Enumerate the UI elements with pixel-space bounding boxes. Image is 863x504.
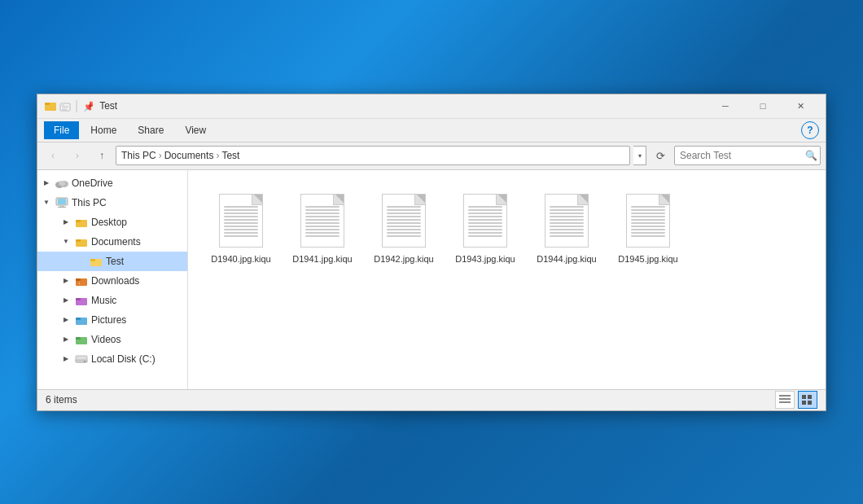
sidebar-label-desktop: Desktop: [91, 217, 127, 228]
svg-point-32: [84, 361, 85, 362]
sidebar-item-downloads[interactable]: ▶ ↓ Downloads: [37, 271, 187, 291]
sidebar-item-this-pc[interactable]: ▼ This PC: [37, 193, 187, 213]
chevron-icon: ▼: [60, 236, 72, 248]
file-line: [631, 219, 665, 221]
sidebar-item-pictures[interactable]: ▶ Pictures: [37, 310, 187, 330]
help-button[interactable]: ?: [801, 121, 819, 139]
details-view-button[interactable]: [775, 391, 795, 409]
file-icon: [463, 194, 507, 248]
path-test[interactable]: Test: [221, 150, 239, 161]
file-line: [468, 235, 502, 237]
sidebar-item-music[interactable]: ▶ Music: [37, 291, 187, 310]
tab-share[interactable]: Share: [128, 121, 173, 139]
search-input[interactable]: [680, 150, 802, 161]
file-line: [631, 206, 665, 208]
file-line: [550, 209, 584, 211]
file-explorer-window: | 📌 Test ─ □ ✕ File Home Share View ? ‹ …: [37, 94, 826, 411]
file-line: [631, 209, 665, 211]
file-item[interactable]: D1944.jpg.kiqu: [530, 186, 603, 270]
file-item[interactable]: D1940.jpg.kiqu: [204, 186, 278, 270]
chevron-icon: ▶: [60, 353, 72, 365]
file-item[interactable]: D1941.jpg.kiqu: [286, 186, 359, 270]
svg-rect-39: [808, 401, 812, 405]
maximize-button[interactable]: □: [744, 94, 782, 118]
file-line: [387, 216, 421, 217]
path-documents[interactable]: Documents: [164, 150, 214, 161]
file-name: D1943.jpg.kiqu: [455, 253, 515, 265]
sidebar-label-local-disk: Local Disk (C:): [91, 353, 156, 365]
sidebar-item-desktop[interactable]: ▶ Desktop: [37, 213, 187, 232]
file-icon-container: [541, 191, 593, 250]
file-icon-container: [215, 191, 267, 250]
refresh-button[interactable]: ⟳: [650, 146, 671, 165]
pictures-icon: [74, 314, 89, 326]
sidebar-item-test[interactable]: Test: [37, 252, 187, 271]
svg-rect-14: [58, 207, 66, 208]
file-item[interactable]: D1943.jpg.kiqu: [449, 186, 522, 270]
svg-rect-29: [76, 337, 81, 340]
file-lines: [387, 206, 421, 243]
svg-rect-33: [779, 395, 791, 397]
sidebar-item-videos[interactable]: ▶ Videos: [37, 330, 187, 349]
window-controls: ─ □ ✕: [707, 94, 819, 118]
svg-rect-34: [779, 398, 791, 400]
tab-home[interactable]: Home: [81, 121, 126, 139]
svg-rect-12: [58, 199, 66, 204]
sidebar-item-documents[interactable]: ▼ Documents: [37, 232, 187, 252]
svg-rect-1: [45, 103, 50, 105]
file-line: [305, 222, 340, 224]
svg-rect-16: [76, 220, 81, 222]
sidebar-item-onedrive[interactable]: ▶ OneDrive: [37, 173, 187, 193]
file-icon: [300, 194, 344, 248]
path-dropdown[interactable]: ▾: [633, 146, 646, 165]
file-line: [305, 226, 340, 227]
documents-icon: [74, 236, 89, 248]
svg-rect-36: [802, 395, 806, 399]
file-item[interactable]: D1942.jpg.kiqu: [367, 186, 440, 270]
file-line: [387, 206, 421, 208]
file-grid: D1940.jpg.kiqu: [196, 178, 817, 278]
file-line: [631, 235, 665, 237]
forward-button[interactable]: ›: [67, 146, 88, 165]
svg-rect-20: [90, 259, 95, 261]
pin-icon: 📌: [81, 100, 93, 112]
chevron-icon: [75, 256, 86, 267]
file-name: D1940.jpg.kiqu: [211, 253, 270, 265]
file-icon: [626, 194, 670, 248]
file-line: [550, 206, 584, 208]
up-button[interactable]: ↑: [91, 146, 112, 165]
tab-view[interactable]: View: [175, 121, 216, 139]
tab-file[interactable]: File: [44, 121, 79, 139]
file-corner: [254, 195, 262, 203]
large-icons-view-button[interactable]: [798, 391, 817, 409]
svg-rect-38: [802, 401, 806, 405]
back-button[interactable]: ‹: [42, 146, 64, 165]
file-line: [224, 222, 258, 224]
file-line: [631, 226, 665, 227]
close-button[interactable]: ✕: [782, 94, 819, 118]
svg-rect-5: [62, 107, 68, 108]
minimize-button[interactable]: ─: [707, 94, 744, 118]
file-name: D1944.jpg.kiqu: [537, 253, 596, 265]
file-corner: [335, 195, 344, 203]
search-box: 🔍: [674, 146, 821, 165]
sidebar-label-music: Music: [91, 295, 116, 306]
file-corner: [417, 195, 425, 203]
file-corner: [661, 195, 669, 203]
file-item[interactable]: D1945.jpg.kiqu: [611, 186, 685, 270]
path-this-pc[interactable]: This PC: [121, 150, 156, 161]
svg-rect-18: [76, 239, 81, 242]
file-line: [550, 229, 584, 230]
content-area: D1940.jpg.kiqu: [188, 170, 826, 389]
file-icon-container: [459, 191, 511, 250]
chevron-icon: ▼: [41, 197, 52, 208]
sidebar-item-local-disk[interactable]: ▶ Local Disk (C:): [37, 349, 187, 369]
file-name: D1941.jpg.kiqu: [292, 253, 352, 265]
file-corner: [498, 195, 506, 203]
address-path: This PC › Documents › Test: [116, 146, 630, 165]
file-icon-container: [378, 191, 430, 250]
file-lines: [631, 206, 665, 243]
file-line: [387, 222, 421, 224]
file-line: [224, 235, 258, 237]
svg-rect-31: [76, 360, 87, 362]
